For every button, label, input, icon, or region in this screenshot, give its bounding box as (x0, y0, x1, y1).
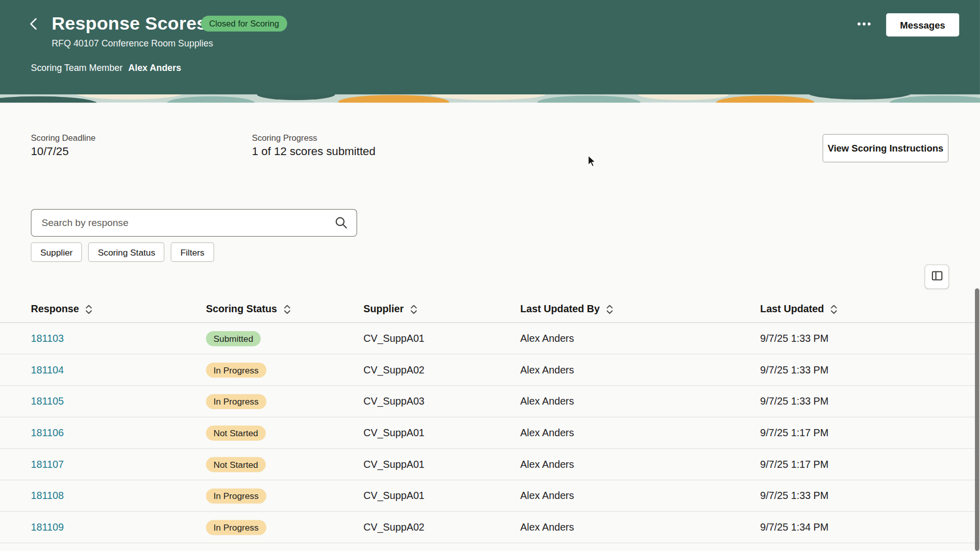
columns-panel-icon (930, 269, 943, 284)
table-row: 181108In ProgressCV_SuppA01Alex Anders9/… (0, 480, 980, 512)
sort-icon (606, 305, 614, 314)
supplier-cell: CV_SuppA01 (363, 490, 520, 502)
filter-chip-filters[interactable]: Filters (171, 242, 214, 262)
team-member-name: Alex Anders (128, 63, 181, 73)
scoring-deadline-value: 10/7/25 (31, 145, 95, 158)
scoring-status-pill: In Progress (206, 362, 266, 378)
table-body: 181103SubmittedCV_SuppA01Alex Anders9/7/… (0, 323, 980, 551)
last-updated-by-cell: Alex Anders (520, 333, 760, 344)
more-actions-button[interactable] (853, 14, 875, 34)
last-updated-cell: 9/7/25 1:33 PM (760, 364, 980, 375)
column-header-supplier[interactable]: Supplier (363, 304, 520, 315)
responses-table: Response Scoring Status Supplier Last Up… (0, 296, 980, 551)
supplier-cell: CV_SuppA01 (363, 333, 520, 344)
last-updated-cell: 9/7/25 1:33 PM (760, 333, 980, 344)
response-link[interactable]: 181105 (31, 396, 63, 407)
response-link[interactable]: 181109 (31, 521, 63, 532)
supplier-cell: CV_SuppA02 (363, 521, 520, 533)
scoring-team-member: Scoring Team MemberAlex Anders (31, 63, 181, 73)
filter-chips: SupplierScoring StatusFilters (31, 242, 214, 262)
decorative-pattern-band (0, 94, 980, 103)
last-updated-by-cell: Alex Anders (520, 490, 760, 502)
scoring-progress-label: Scoring Progress (252, 134, 376, 143)
scoring-status-pill: Submitted (206, 331, 260, 346)
sort-icon (283, 305, 291, 314)
last-updated-cell: 9/7/25 1:33 PM (760, 396, 980, 407)
last-updated-cell: 9/7/25 1:17 PM (760, 427, 980, 438)
scoring-status-pill: In Progress (206, 488, 266, 504)
response-link[interactable]: 181107 (31, 459, 63, 469)
supplier-cell: CV_SuppA01 (363, 427, 520, 438)
scoring-status-pill: In Progress (206, 520, 266, 535)
table-row: 181107Not StartedCV_SuppA01Alex Anders9/… (0, 449, 980, 481)
search-input[interactable] (31, 209, 357, 237)
table-row: 181103SubmittedCV_SuppA01Alex Anders9/7/… (0, 323, 980, 355)
table-row: 181109In ProgressCV_SuppA02Alex Anders9/… (0, 512, 980, 543)
view-scoring-instructions-button[interactable]: View Scoring Instructions (822, 134, 948, 163)
back-button[interactable] (25, 15, 44, 34)
last-updated-cell: 9/7/25 1:17 PM (760, 459, 980, 470)
last-updated-cell: 9/7/25 1:33 PM (760, 490, 980, 502)
scoring-deadline-label: Scoring Deadline (31, 134, 95, 143)
column-header-last-updated[interactable]: Last Updated (760, 304, 980, 315)
response-link[interactable]: 181104 (31, 364, 63, 375)
last-updated-cell: 9/7/25 1:34 PM (760, 521, 980, 533)
manage-columns-button[interactable] (924, 264, 949, 289)
scoring-status-pill: Not Started (206, 457, 265, 472)
supplier-cell: CV_SuppA02 (363, 364, 520, 375)
last-updated-by-cell: Alex Anders (520, 396, 760, 407)
page-subtitle: RFQ 40107 Conference Room Supplies (52, 38, 213, 48)
response-link[interactable]: 181106 (31, 427, 63, 438)
sort-icon (410, 305, 418, 314)
mouse-cursor (587, 155, 600, 171)
scoring-status-pill: In Progress (206, 394, 266, 409)
sort-icon (85, 305, 93, 314)
last-updated-by-cell: Alex Anders (520, 364, 760, 375)
messages-button[interactable]: Messages (886, 13, 959, 37)
team-member-label: Scoring Team Member (31, 63, 122, 73)
last-updated-by-cell: Alex Anders (520, 459, 760, 470)
last-updated-by-cell: Alex Anders (520, 521, 760, 533)
table-row: 181104In ProgressCV_SuppA02Alex Anders9/… (0, 355, 980, 386)
response-scores-page: Response Scores Closed for Scoring RFQ 4… (0, 0, 980, 551)
scoring-progress-value: 1 of 12 scores submitted (252, 145, 376, 158)
column-header-response[interactable]: Response (31, 304, 206, 315)
vertical-scrollbar[interactable] (975, 288, 979, 551)
scoring-deadline-stat: Scoring Deadline 10/7/25 (31, 134, 95, 158)
column-header-last-updated-by[interactable]: Last Updated By (520, 304, 760, 315)
page-title: Response Scores (52, 13, 207, 34)
filter-chip-scoring-status[interactable]: Scoring Status (88, 242, 164, 262)
response-link[interactable]: 181103 (31, 333, 63, 343)
page-header: Response Scores Closed for Scoring RFQ 4… (0, 0, 980, 94)
scoring-status-pill: Not Started (206, 425, 265, 440)
sort-icon (830, 305, 838, 314)
status-badge: Closed for Scoring (201, 16, 287, 32)
table-row: 181106Not StartedCV_SuppA01Alex Anders9/… (0, 417, 980, 449)
filter-chip-supplier[interactable]: Supplier (31, 242, 82, 262)
search-bar (31, 209, 357, 237)
supplier-cell: CV_SuppA03 (363, 396, 520, 407)
ellipsis-icon (856, 24, 872, 34)
response-link[interactable]: 181108 (31, 490, 63, 501)
table-header-row: Response Scoring Status Supplier Last Up… (0, 296, 980, 323)
column-header-scoring-status[interactable]: Scoring Status (206, 304, 363, 315)
supplier-cell: CV_SuppA01 (363, 459, 520, 470)
chevron-left-icon (26, 25, 44, 35)
last-updated-by-cell: Alex Anders (520, 427, 760, 438)
scoring-progress-stat: Scoring Progress 1 of 12 scores submitte… (252, 134, 376, 158)
table-row: 181105In ProgressCV_SuppA03Alex Anders9/… (0, 386, 980, 417)
table-row: 181110Not StartedCV_SuppA03Alex Anders9/… (0, 543, 980, 551)
